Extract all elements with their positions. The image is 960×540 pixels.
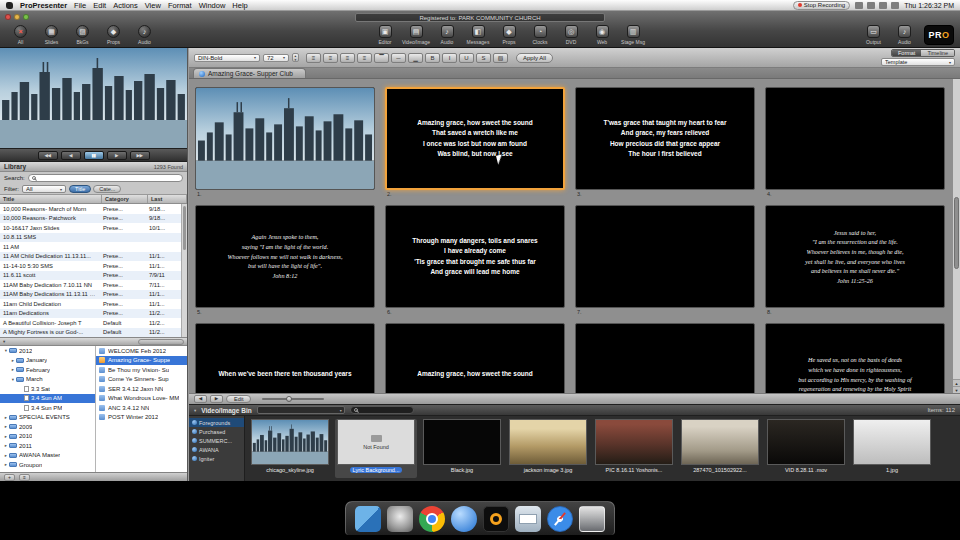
disclosure-triangle-icon[interactable]: ▾ — [3, 339, 5, 344]
playlist-item[interactable]: SER 3.4.12 Jaxn NN — [96, 384, 187, 394]
slide-9[interactable]: When we've been there ten thousand years — [195, 323, 375, 393]
bin-folder[interactable]: AWANA — [189, 445, 244, 454]
slide-10[interactable]: Amazing grace, how sweet the sound — [385, 323, 565, 393]
editor-button[interactable]: ▣Editor — [371, 25, 400, 45]
slide-5[interactable]: Again Jesus spoke to them, saying "I am … — [195, 205, 375, 308]
zoom-window-button[interactable] — [23, 14, 29, 20]
minimize-window-button[interactable] — [14, 14, 20, 20]
font-size-select[interactable]: 72 ▾ — [263, 54, 289, 62]
text-color-button[interactable]: ▧ — [493, 53, 508, 63]
library-row[interactable]: A Beautiful Collision- Joseph TDefault11… — [0, 318, 187, 328]
font-family-select[interactable]: DIN-Bold ▾ — [194, 54, 260, 62]
disclosure-triangle-icon[interactable]: ▾ — [194, 408, 196, 413]
playlist-tree-item[interactable]: ▸2010 — [0, 432, 95, 442]
document-tab[interactable]: Amazing Grace- Supper Club — [193, 68, 306, 78]
finder-dock-icon[interactable] — [355, 506, 381, 532]
playlist-view-button[interactable] — [138, 339, 184, 345]
app-menu[interactable]: ProPresenter — [20, 1, 67, 10]
bin-search-input[interactable] — [350, 406, 414, 414]
slide-2[interactable]: Amazing grace, how sweet the sound That … — [385, 87, 565, 190]
airport-icon[interactable] — [867, 2, 875, 9]
playlist-item[interactable]: Amazing Grace- Suppe — [96, 356, 187, 366]
thumbnail-size-slider[interactable] — [262, 398, 324, 400]
playlist-tree-item[interactable]: 3.4 Sun PM — [0, 403, 95, 413]
bin-select[interactable]: ▾ — [257, 406, 345, 414]
close-window-button[interactable] — [5, 14, 11, 20]
audio-mute-button[interactable]: ♪Audio — [890, 25, 919, 45]
shadow-button[interactable]: S — [476, 53, 491, 63]
bin-thumbnail[interactable]: PIC 8.16.11 Yoshonis... — [593, 419, 675, 478]
filter-button-1[interactable]: Title — [69, 185, 91, 193]
library-row[interactable]: 11-14-10 5:30 SMSPrese...11/1... — [0, 261, 187, 271]
slide-7[interactable] — [575, 205, 755, 308]
playlist-tree-item[interactable]: ▸2009 — [0, 422, 95, 432]
bin-thumbnail[interactable]: 287470_101502922... — [679, 419, 761, 478]
scrollbar-thumb[interactable] — [954, 197, 959, 269]
next-slide-button[interactable]: ▶ — [210, 395, 223, 403]
playlist-item[interactable]: Come Ye Sinners- Sup — [96, 375, 187, 385]
menu-file[interactable]: File — [74, 1, 86, 10]
playlist-tree-item[interactable]: ▸AWANA Master — [0, 451, 95, 461]
playlist-tree-item[interactable]: ▸2011 — [0, 441, 95, 451]
column-header-category[interactable]: Category — [102, 195, 148, 203]
bin-folder[interactable]: Purchased — [189, 427, 244, 436]
playlist-tree-item[interactable]: ▸SPECIAL EVENTS — [0, 413, 95, 423]
underline-button[interactable]: U — [459, 53, 474, 63]
safari-dock-icon[interactable] — [547, 506, 573, 532]
clear-all-button[interactable]: ×All — [6, 25, 35, 45]
library-row[interactable]: 10,000 Reasons- March of MornPrese...9/1… — [0, 204, 187, 214]
bin-thumbnail[interactable]: Black.jpg — [421, 419, 503, 478]
library-row[interactable]: 10,000 Reasons- PatchworkPrese...9/18... — [0, 214, 187, 224]
menu-help[interactable]: Help — [232, 1, 247, 10]
props-button[interactable]: ◆Props — [495, 25, 524, 45]
playlist-item[interactable]: POST Winter 2012 — [96, 413, 187, 423]
edit-slide-button[interactable]: Edit — [226, 395, 251, 403]
library-row[interactable]: 11 AM Child Dedication 11.13.11...Prese.… — [0, 252, 187, 262]
bin-folder[interactable]: Foregrounds — [189, 418, 244, 427]
menu-format[interactable]: Format — [168, 1, 192, 10]
library-row[interactable]: A Mighty Fortress is our God-...Default1… — [0, 328, 187, 338]
previous-slide-button[interactable]: ◀ — [194, 395, 207, 403]
trash-dock-icon[interactable] — [579, 506, 605, 532]
library-row[interactable]: 11am DedicationsPrese...11/2... — [0, 309, 187, 319]
clocks-button[interactable]: ◔Clocks — [526, 25, 555, 45]
web-button[interactable]: ◉Web — [588, 25, 617, 45]
apple-menu-icon[interactable] — [6, 2, 13, 9]
bin-thumbnail[interactable]: 1.jpg — [851, 419, 933, 478]
stop-recording-button[interactable]: Stop Recording — [793, 1, 850, 10]
propresenter-dock-icon[interactable] — [483, 506, 509, 532]
clear-props-button[interactable]: ◆Props — [99, 25, 128, 45]
menu-window[interactable]: Window — [199, 1, 226, 10]
audio-button[interactable]: ♪Audio — [433, 25, 462, 45]
rewind-button[interactable]: ◀◀ — [38, 151, 58, 160]
align-center-button[interactable]: ≡ — [323, 53, 338, 63]
filter-button-2[interactable]: Cate... — [93, 185, 121, 193]
menu-edit[interactable]: Edit — [93, 1, 106, 10]
system-preferences-dock-icon[interactable] — [387, 506, 413, 532]
library-row[interactable]: 11AM Baby Dedication 7.10.11 NNPrese...7… — [0, 280, 187, 290]
bin-folder[interactable]: Igniter — [189, 454, 244, 463]
playlist-item[interactable]: Be Thou my Vision- Su — [96, 365, 187, 375]
valign-middle-button[interactable]: ─ — [391, 53, 406, 63]
app-store-dock-icon[interactable] — [451, 506, 477, 532]
slide-8[interactable]: Jesus said to her, "I am the resurrectio… — [765, 205, 945, 308]
bin-thumbnail[interactable]: jackson image 3.jpg — [507, 419, 589, 478]
slide-4[interactable] — [765, 87, 945, 190]
format-tab[interactable]: Format — [892, 50, 921, 56]
messages-button[interactable]: ◧Messages — [464, 25, 493, 45]
column-header-last[interactable]: Last — [148, 195, 187, 203]
next-button[interactable]: ▶ — [107, 151, 127, 160]
playlist-tree-item[interactable]: 3.3 Sat — [0, 384, 95, 394]
bin-thumbnail[interactable]: Not FoundLyric Background... — [335, 419, 417, 478]
playlist-item[interactable]: ANC 3.4.12 NN — [96, 403, 187, 413]
dvd-button[interactable]: ◎DVD — [557, 25, 586, 45]
menu-actions[interactable]: Actions — [113, 1, 138, 10]
font-size-stepper[interactable]: ▴▾ — [292, 53, 299, 62]
slide-12[interactable]: He saved us, not on the basis of deeds w… — [765, 323, 945, 393]
playlist-tree-item[interactable]: ▾2012 — [0, 346, 95, 356]
filter-select[interactable]: All ▾ — [22, 185, 66, 193]
bin-folder[interactable]: SUMMERC... — [189, 436, 244, 445]
column-header-title[interactable]: Title — [0, 195, 102, 203]
bold-button[interactable]: B — [425, 53, 440, 63]
slide-6[interactable]: Through many dangers, toils and snares I… — [385, 205, 565, 308]
